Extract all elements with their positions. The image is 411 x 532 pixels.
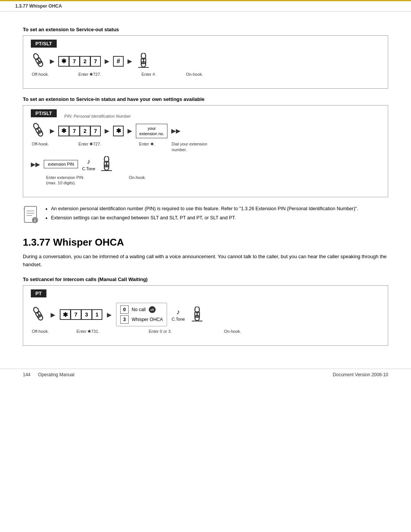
diagram-row-2a: ▶ ✱ 7 2 7 ▶ ✱ ▶ your extension no. ▶▶ (31, 123, 380, 139)
key-2-2: 2 (80, 126, 90, 136)
arrow-3b: ▶ (107, 311, 112, 318)
cap-onhook-3: On-hook. (221, 329, 244, 334)
svg-point-28 (37, 314, 43, 321)
ext-pin-label: extension PIN (48, 162, 74, 166)
top-bar-title: 1.3.77 Whisper OHCA (15, 3, 62, 9)
key-group-star727-1: ✱ 7 2 7 (58, 56, 101, 67)
caption-hash-1: Enter #. (134, 72, 164, 77)
note-icon: i (23, 206, 40, 227)
arrow-2: ▶ (105, 58, 109, 65)
top-bar: 1.3.77 Whisper OHCA (0, 0, 411, 11)
key-7a-1: 7 (69, 56, 80, 67)
footer-manual: Operating Manual (38, 372, 74, 377)
footer-page: 144 (23, 372, 30, 377)
key-3-3: 3 (81, 309, 92, 320)
diagram-box-2: PT/SLT PIN: Personal Identification Numb… (23, 105, 388, 197)
offhook-phone-1 (31, 53, 46, 69)
diagram-row-1: ▶ ✱ 7 2 7 ▶ # ▶ (31, 53, 380, 69)
note-bullet-1: An extension personal identification num… (51, 205, 358, 212)
offhook-phone-3 (31, 307, 46, 323)
note-bullets: An extension personal identification num… (45, 205, 358, 223)
offhook-phone-2 (31, 123, 46, 139)
cap-star731: Enter ✱731. (69, 329, 107, 334)
dbl-arrow-2: ▶▶ (31, 161, 40, 168)
arrow-2c: ▶ (127, 127, 132, 134)
choice-key-0: 0 (120, 305, 129, 314)
key-group-star727-2: ✱ 7 2 7 (58, 126, 101, 136)
cap-onhook-2: On-hook. (126, 175, 149, 180)
chapter-heading: 1.3.77 Whisper OHCA (23, 236, 388, 248)
ctone-3: ♪ C.Tone (172, 308, 185, 321)
key-star-1: ✱ (58, 56, 69, 67)
cap-offhook-3: Off-hook. (31, 329, 50, 334)
caption-offhook-1: Off-hook. (31, 72, 50, 77)
header-row-2: PT/SLT PIN: Personal Identification Numb… (31, 109, 380, 123)
cap-choice: Enter 0 or 3. (141, 329, 179, 334)
key-1-3: 1 (92, 309, 102, 320)
key-star-alone: ✱ (113, 126, 124, 136)
caption-row-2b: Enter extension PIN(max. 10 digits). On-… (31, 175, 380, 186)
key-star-3: ✱ (60, 309, 70, 320)
section2-title: To set an extension to Service-in status… (23, 96, 388, 102)
cap-star727-2: Enter ✱727. (69, 141, 111, 147)
key-2-1: 2 (80, 56, 90, 67)
footer-doc-version: Document Version 2008-10 (333, 372, 388, 377)
arrow-1: ▶ (50, 58, 54, 65)
section3-title: To set/cancel for intercom calls (Manual… (23, 276, 388, 282)
diagram-box-3: PT ▶ ✱ (23, 285, 388, 346)
svg-text:i: i (34, 218, 35, 223)
caption-row-1: Off-hook. Enter ✱727. Enter #. On-hook. (31, 72, 380, 77)
caption-row-3: Off-hook. Enter ✱731. Enter 0 or 3. On-h… (31, 329, 380, 334)
choice-row-3: 3 Whisper OHCA (120, 315, 163, 324)
ext-pin-box: extension PIN (44, 160, 78, 168)
arrow-3: ▶ (127, 58, 132, 65)
caption-star727-1: Enter ✱727. (69, 72, 111, 77)
section1-title: To set an extension to Service-out statu… (23, 27, 388, 32)
ext-no-box: your extension no. (136, 124, 167, 139)
pin-note: PIN: Personal Identification Number (64, 114, 131, 118)
arrow-2a: ▶ (50, 127, 54, 134)
arrow-3a: ▶ (51, 311, 55, 318)
ctone-label-3: C.Tone (172, 317, 185, 321)
caption-onhook-1: On-hook. (183, 72, 206, 77)
diagram-box-1: PT/SLT ▶ ✱ (23, 35, 388, 89)
key-7b-1: 7 (90, 56, 101, 67)
music-note-3: ♪ (177, 308, 180, 316)
chapter-title: Whisper OHCA (53, 236, 124, 248)
pt-slt-label-1: PT/SLT (31, 40, 57, 48)
chapter-number: 1.3.77 (23, 236, 50, 248)
choice-label-0: No call (132, 307, 146, 312)
onhook-phone-3 (190, 307, 205, 323)
ext-no-line2: extension no. (139, 131, 164, 136)
cap-extpin: Enter extension PIN(max. 10 digits). (46, 175, 84, 186)
svg-point-2 (37, 61, 43, 67)
choice-row-0: 0 No call off (120, 305, 163, 314)
pt-label: PT (31, 289, 46, 297)
cap-offhook-2: Off-hook. (31, 141, 50, 147)
ctone-2: ♪ C.Tone (82, 158, 95, 171)
key-7a-2: 7 (69, 126, 80, 136)
svg-point-11 (37, 130, 43, 137)
key-group-star731: ✱ 7 3 1 (60, 309, 102, 320)
diagram-row-2b: ▶▶ extension PIN ♪ C.Tone (31, 156, 380, 173)
choice-key-3: 3 (120, 315, 129, 324)
key-hash-1: # (113, 56, 124, 67)
footer: 144 Operating Manual Document Version 20… (0, 369, 411, 380)
dbl-arrow-1: ▶▶ (171, 127, 180, 134)
key-7b-2: 7 (90, 126, 101, 136)
footer-left: 144 Operating Manual (23, 372, 74, 377)
cap-extno: Dial your extensionnumber. (172, 141, 207, 152)
onhook-phone-1 (136, 53, 151, 69)
arrow-2b: ▶ (105, 127, 109, 134)
key-star-2: ✱ (58, 126, 69, 136)
off-icon: off (149, 306, 156, 313)
choice-box: 0 No call off 3 Whisper OHCA (116, 303, 167, 326)
note-bullet-2: Extension settings can be exchanged betw… (51, 214, 358, 222)
ctone-label-2: C.Tone (82, 166, 95, 171)
note-section: i An extension personal identification n… (23, 205, 388, 227)
section-intercom: To set/cancel for intercom calls (Manual… (23, 276, 388, 346)
diagram-row-3: ▶ ✱ 7 3 1 ▶ 0 No call off (31, 303, 380, 326)
choice-label-3: Whisper OHCA (132, 317, 163, 322)
ext-no-line1: your (139, 126, 164, 131)
chapter-desc: During a conversation, you can be inform… (23, 253, 388, 269)
